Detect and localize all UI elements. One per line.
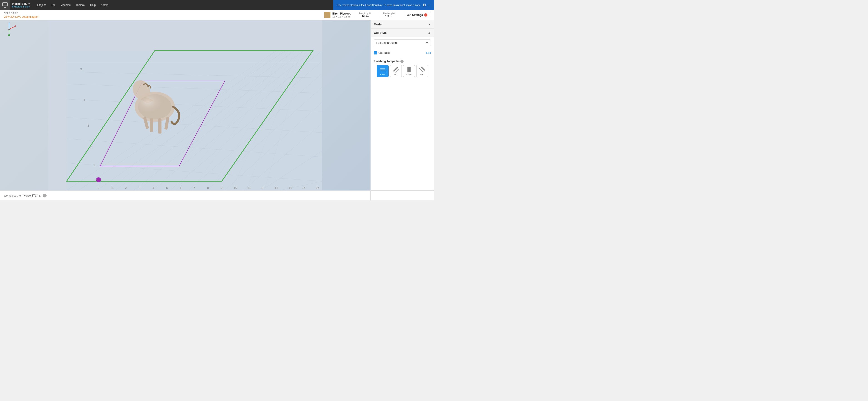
toolpath-yaxis-button[interactable]: Y axis — [403, 65, 415, 77]
material-swatch — [324, 12, 331, 18]
material-name: Birch Plywood — [332, 12, 351, 15]
svg-text:3: 3 — [139, 186, 141, 190]
workpieces-text: Workpieces for "Horse STL" — [4, 194, 37, 197]
finishing-toolpaths-label: Finishing Toolpaths — [374, 60, 400, 63]
finishing-bit-label: Finishing bit — [383, 12, 395, 15]
svg-text:Z: Z — [9, 23, 10, 24]
secondary-bar: Need help? View 3D carve setup diagram B… — [0, 10, 434, 20]
model-section: Model ▼ — [371, 20, 434, 29]
svg-text:6: 6 — [180, 186, 182, 190]
model-header[interactable]: Model ▼ — [371, 20, 434, 28]
cut-settings-button[interactable]: Cut Settings ! — [404, 12, 430, 18]
cut-style-chevron-icon: ▲ — [428, 31, 431, 34]
finishing-bit-value: 1/8 in — [385, 15, 392, 18]
svg-point-8 — [8, 34, 10, 36]
roughing-bit-info: Roughing bit 1/4 in — [355, 12, 375, 18]
star-icon[interactable]: ★ — [28, 2, 30, 5]
top-bar: Horse STL ★ by Natalie Sturdy Project Ed… — [0, 0, 434, 10]
nav-machine[interactable]: Machine — [58, 2, 73, 8]
nav-edit[interactable]: Edit — [49, 2, 58, 8]
nav-admin[interactable]: Admin — [98, 2, 111, 8]
workpieces-label: Workpieces for "Horse STL" ▲ — [4, 194, 41, 197]
svg-text:13: 13 — [275, 186, 278, 190]
edit-tabs-link[interactable]: Edit — [426, 51, 431, 55]
svg-text:9: 9 — [221, 186, 222, 190]
roughing-bit-label: Roughing bit — [359, 12, 372, 15]
help-text: Need help? — [4, 11, 39, 14]
svg-text:11: 11 — [247, 186, 251, 190]
cut-style-dropdown[interactable]: Full Depth Cutout Pocket Outline — [374, 39, 431, 46]
svg-text:2: 2 — [90, 145, 92, 148]
toolpath-xaxis-label: X axis — [380, 73, 385, 76]
cut-settings-label: Cut Settings — [407, 13, 423, 16]
cut-style-section: Cut Style ▲ Full Depth Cutout Pocket Out… — [371, 29, 434, 57]
help-text-area: Need help? View 3D carve setup diagram — [4, 11, 39, 19]
toolpath-45-label: 45° — [394, 73, 397, 76]
easel-logo-icon — [2, 2, 8, 8]
grid-svg: 0 1 2 3 4 5 6 7 8 9 10 11 12 13 14 15 16… — [0, 20, 370, 191]
canvas-area[interactable]: Z X — [0, 20, 370, 191]
toolpath-45-button[interactable]: 45° — [390, 65, 402, 77]
svg-text:1: 1 — [93, 163, 95, 167]
main-nav: Project Edit Machine Toolbox Help Admin — [35, 2, 111, 8]
material-size: 12 × 12 × 0.5 in — [332, 15, 351, 18]
svg-text:0: 0 — [95, 178, 97, 182]
sandbox-message: Hey, you're playing in the Easel Sandbox… — [337, 4, 421, 6]
bottom-bar — [370, 191, 434, 200]
axis-indicator: Z X — [2, 23, 16, 36]
nav-toolbox[interactable]: Toolbox — [73, 2, 87, 8]
toolpath-yaxis-label: Y axis — [406, 73, 411, 76]
model-chevron-icon: ▼ — [428, 23, 431, 26]
cut-style-header[interactable]: Cut Style ▲ — [371, 29, 434, 37]
toolpath-buttons: X axis 45° Y axis — [374, 65, 431, 77]
workpieces-chevron-icon[interactable]: ▲ — [38, 194, 41, 197]
cut-style-content: Full Depth Cutout Pocket Outline — [371, 37, 434, 49]
workpieces-bar: Workpieces for "Horse STL" ▲ ? — [0, 191, 370, 200]
svg-text:14: 14 — [288, 186, 292, 190]
svg-text:15: 15 — [302, 186, 306, 190]
canvas-3d[interactable]: Z X — [0, 20, 370, 191]
svg-text:5: 5 — [80, 68, 82, 71]
svg-text:1: 1 — [111, 186, 113, 190]
svg-rect-48 — [150, 119, 153, 132]
svg-text:4: 4 — [83, 98, 85, 101]
monitor-icon: 🖥→ — [422, 3, 430, 7]
svg-rect-32 — [66, 51, 322, 191]
svg-text:4: 4 — [152, 186, 154, 190]
svg-text:3: 3 — [87, 124, 89, 127]
workpieces-help-icon[interactable]: ? — [43, 194, 46, 197]
nav-project[interactable]: Project — [35, 2, 48, 8]
material-details: Birch Plywood 12 × 12 × 0.5 in — [332, 12, 351, 18]
svg-line-5 — [9, 27, 15, 29]
axis-svg: Z X — [2, 23, 16, 36]
svg-text:10: 10 — [234, 186, 237, 190]
carve-setup-link[interactable]: View 3D carve setup diagram — [4, 15, 39, 19]
svg-text:2: 2 — [125, 186, 127, 190]
svg-point-9 — [8, 29, 10, 30]
project-title-area: Horse STL ★ by Natalie Sturdy — [10, 2, 33, 8]
toolpath-xaxis-button[interactable]: X axis — [377, 65, 389, 77]
roughing-bit-value: 1/4 in — [362, 15, 369, 18]
app-logo — [0, 0, 10, 10]
svg-text:X: X — [15, 25, 16, 28]
cut-settings-warning: ! — [424, 13, 427, 16]
svg-text:5: 5 — [166, 186, 167, 190]
use-tabs-row: Use Tabs Edit — [371, 49, 434, 57]
cut-style-label: Cut Style — [374, 31, 386, 34]
toolpath-135-button[interactable]: 135° — [416, 65, 428, 77]
material-info: Birch Plywood 12 × 12 × 0.5 in — [324, 12, 351, 18]
finishing-title: Finishing Toolpaths ? — [374, 60, 431, 63]
toolpath-135-label: 135° — [420, 73, 424, 76]
svg-text:16: 16 — [316, 186, 319, 190]
svg-line-84 — [395, 69, 399, 72]
project-name: Horse STL ★ — [12, 2, 30, 5]
use-tabs-label[interactable]: Use Tabs — [374, 51, 390, 55]
finishing-help-icon[interactable]: ? — [400, 60, 404, 63]
sandbox-banner: Hey, you're playing in the Easel Sandbox… — [333, 0, 434, 10]
nav-help[interactable]: Help — [88, 2, 98, 8]
svg-point-52 — [138, 94, 172, 119]
use-tabs-checkbox[interactable] — [374, 51, 377, 55]
right-panel: Model ▼ Cut Style ▲ Full Depth Cutout Po… — [370, 20, 434, 191]
project-author: by Natalie Sturdy — [12, 5, 30, 8]
svg-text:7: 7 — [193, 186, 195, 190]
